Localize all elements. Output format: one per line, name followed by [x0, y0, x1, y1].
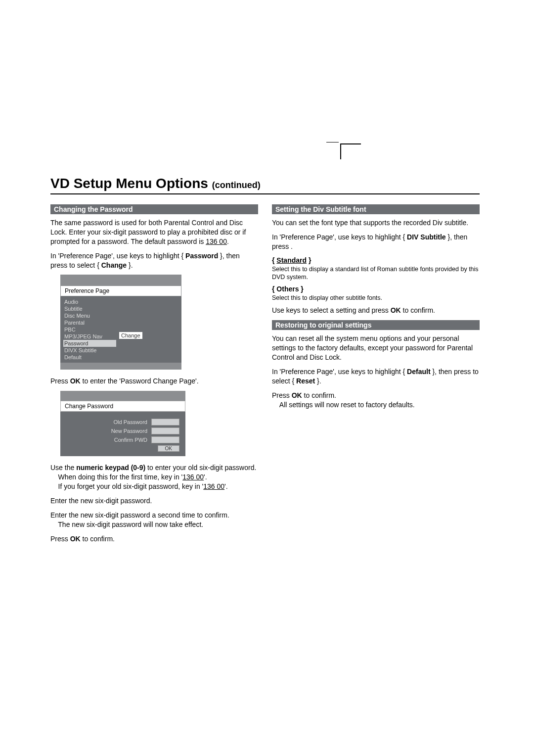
restore-nav: In 'Preference Page', use keys to highli… — [272, 367, 480, 386]
txt: keys to highlight { — [351, 368, 407, 376]
txt: 136 00 — [182, 473, 204, 481]
new-password-field — [151, 427, 179, 434]
txt: Enter the new six-digit password a secon… — [50, 511, 229, 519]
change-password-body: Old Password New Password Confirm PWD OK — [60, 412, 185, 456]
menu-item: Subtitle — [64, 305, 116, 312]
menu-item: Disc Menu — [64, 312, 116, 319]
title-rule — [50, 193, 480, 194]
txt: to confirm. — [401, 306, 435, 314]
menu-item: Parental — [64, 319, 116, 326]
txt: DIV Subtitle — [407, 233, 446, 241]
preference-menu: Audio Subtitle Disc Menu Parental PBC MP… — [60, 296, 116, 363]
ui-bottom-bar — [60, 363, 181, 370]
new-password-label: New Password — [66, 428, 147, 434]
txt: }. — [315, 377, 321, 385]
columns: Changing the Password The same password … — [50, 201, 480, 549]
confirm-password-label: Confirm PWD — [66, 437, 147, 443]
menu-item: Default — [64, 354, 116, 361]
old-password-label: Old Password — [66, 419, 147, 425]
preference-page-body: Audio Subtitle Disc Menu Parental PBC MP… — [60, 296, 181, 363]
menu-item: PBC — [64, 326, 116, 333]
menu-item-selected: Password — [63, 340, 116, 347]
txt: to confirm. — [81, 535, 115, 543]
txt: In 'Preference Page', use — [272, 368, 351, 376]
ok-button: OK — [158, 445, 179, 452]
standard-option: { Standard } — [272, 256, 480, 264]
change-password-ui: Change Password Old Password New Passwor… — [60, 391, 185, 456]
txt: Password — [185, 252, 218, 260]
txt: 136 00 — [203, 482, 224, 490]
txt: Standard — [276, 256, 307, 264]
page-title: VD Setup Menu Options (continued) — [50, 176, 480, 191]
preference-page-title: Preference Page — [60, 285, 181, 296]
restore-intro: You can reset all the system menu option… — [272, 334, 480, 362]
txt: Use the — [50, 464, 76, 472]
page-title-text: VD Setup Menu Options — [50, 176, 208, 191]
left-column: Changing the Password The same password … — [50, 201, 258, 549]
txt: to confirm. — [302, 391, 336, 399]
txt: Others — [276, 285, 299, 293]
divx-nav: In 'Preference Page', use keys to highli… — [272, 233, 480, 251]
txt: keys to highlight { — [351, 233, 407, 241]
txt: Press — [272, 391, 292, 399]
change-option: Change — [119, 332, 142, 339]
confirm-password-row: Confirm PWD — [66, 436, 179, 443]
page-title-suffix: (continued) — [212, 180, 261, 190]
page-content: VD Setup Menu Options (continued) Changi… — [0, 0, 534, 549]
txt: In 'Preference Page', use — [50, 252, 130, 260]
enter-new-pw: Enter the new six-digit password. — [50, 496, 258, 506]
txt: '. — [204, 473, 207, 481]
menu-item: MP3/JPEG Nav — [64, 333, 116, 340]
menu-item: Audio — [64, 298, 116, 305]
preference-right-panel: Change — [116, 296, 181, 363]
divx-intro: You can set the font type that supports … — [272, 218, 480, 228]
restore-confirm: Press OK to confirm. All settings will n… — [272, 391, 480, 410]
txt: Use — [272, 306, 286, 314]
ui-icons-bar — [60, 275, 181, 285]
txt: Press — [50, 535, 70, 543]
txt: Reset — [296, 377, 315, 385]
txt: Change — [101, 261, 127, 269]
txt: When doing this for the first time, key … — [58, 473, 183, 481]
section-restore: Restoring to original settings — [272, 320, 480, 330]
password-intro: The same password is used for both Paren… — [50, 218, 258, 246]
others-option: { Others } — [272, 285, 480, 293]
txt: to enter the 'Password Change Page'. — [81, 377, 199, 385]
txt: OK — [391, 306, 401, 314]
section-divx-subtitle: Setting the Div Subtitle font — [272, 204, 480, 214]
txt: '. — [224, 482, 228, 490]
confirm-password-field — [151, 436, 179, 443]
old-password-field — [151, 419, 179, 425]
standard-option-desc: Select this to display a standard list o… — [272, 265, 480, 282]
keypad-text: Use the numeric keypad (0-9) to enter yo… — [50, 463, 258, 491]
txt: OK — [70, 535, 81, 543]
txt: The new six-digit password will now take… — [58, 520, 203, 528]
default-password: 136 00 — [206, 237, 227, 245]
password-nav: In 'Preference Page', use keys to highli… — [50, 251, 258, 270]
new-password-row: New Password — [66, 427, 179, 434]
preference-page-ui: Preference Page Audio Subtitle Disc Menu… — [60, 275, 181, 370]
ok-button-row: OK — [66, 445, 179, 451]
txt: In 'Preference Page', use — [272, 233, 351, 241]
divx-confirm: Use keys to select a setting and press O… — [272, 306, 480, 315]
section-changing-password: Changing the Password — [50, 204, 258, 214]
ui-top-bar — [60, 391, 185, 401]
change-password-title: Change Password — [60, 401, 185, 412]
txt: . — [227, 237, 229, 245]
txt: All settings will now reset to factory d… — [279, 401, 415, 409]
txt: OK — [70, 377, 81, 385]
txt: keys to select a setting and press — [286, 306, 391, 314]
txt: If you forget your old six-digit passwor… — [58, 482, 204, 490]
crop-mark — [340, 143, 361, 159]
menu-item: DIVX Subtitle — [64, 347, 116, 354]
txt: to enter your old six-digit password. — [145, 464, 256, 472]
press-ok-confirm: Press OK to confirm. — [50, 534, 258, 544]
txt: keys to highlight { — [130, 252, 185, 260]
txt: Press — [50, 377, 70, 385]
right-column: Setting the Div Subtitle font You can se… — [272, 201, 480, 549]
press-ok-enter: Press OK to enter the 'Password Change P… — [50, 377, 258, 386]
others-option-desc: Select this to display other subtitle fo… — [272, 294, 480, 302]
old-password-row: Old Password — [66, 419, 179, 425]
txt: }. — [127, 261, 133, 269]
txt: OK — [292, 391, 302, 399]
